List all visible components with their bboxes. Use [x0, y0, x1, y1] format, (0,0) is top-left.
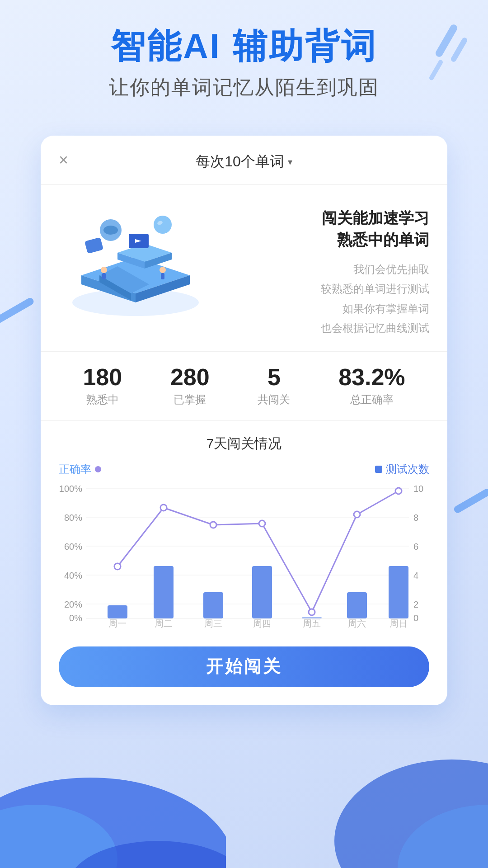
svg-text:80%: 80% [64, 513, 82, 523]
svg-text:周日: 周日 [389, 618, 408, 628]
stat-value: 180 [83, 365, 122, 389]
header-section: 智能AI 辅助背词 让你的单词记忆从陌生到巩固 [0, 27, 488, 101]
svg-point-65 [354, 511, 360, 518]
svg-point-62 [210, 522, 216, 528]
svg-point-24 [103, 226, 118, 235]
legend-tests: 测试次数 [375, 462, 429, 476]
stat-label: 共闯关 [258, 392, 290, 407]
svg-text:周六: 周六 [348, 618, 366, 628]
info-desc-line: 较熟悉的单词进行测试 [221, 279, 429, 298]
decorative-bar-right [453, 488, 488, 514]
info-desc-line: 如果你有掌握单词 [221, 299, 429, 318]
svg-rect-47 [154, 566, 174, 618]
svg-text:6: 6 [413, 542, 418, 552]
svg-text:0%: 0% [69, 613, 82, 623]
legend-tests-label: 测试次数 [386, 462, 429, 476]
stats-row: 180 熟悉中 280 已掌握 5 共闯关 83.2% 总正确率 [41, 351, 447, 421]
card-header: × 每次10个单词 ▾ [41, 136, 447, 185]
main-card: × 每次10个单词 ▾ [41, 136, 447, 705]
svg-text:周二: 周二 [155, 618, 173, 628]
card-content: 闯关能加速学习 熟悉中的单词 我们会优先抽取较熟悉的单词进行测试如果你有掌握单词… [41, 185, 447, 351]
stat-item: 83.2% 总正确率 [338, 365, 405, 407]
stat-item: 180 熟悉中 [83, 365, 122, 407]
info-title-line2: 熟悉中的单词 [337, 231, 429, 248]
svg-rect-20 [102, 273, 106, 279]
svg-text:40%: 40% [64, 571, 82, 580]
chart-container: 100% 80% 60% 40% 20% 0% 10 8 6 4 2 0 [59, 484, 429, 628]
info-title: 闯关能加速学习 熟悉中的单词 [221, 208, 429, 250]
svg-text:周一: 周一 [108, 618, 127, 628]
close-icon: × [59, 151, 68, 169]
svg-text:4: 4 [413, 571, 418, 580]
svg-text:10: 10 [413, 484, 423, 494]
svg-rect-48 [203, 592, 223, 618]
illustration-area [59, 203, 212, 321]
legend-accuracy-label: 正确率 [59, 462, 91, 476]
svg-text:8: 8 [413, 513, 418, 523]
svg-rect-52 [389, 566, 408, 618]
close-button[interactable]: × [59, 152, 68, 168]
chart-section: 7天闯关情况 正确率 测试次数 100% 80% 60% 40% 20% 0% … [41, 421, 447, 637]
svg-point-63 [259, 520, 265, 527]
chart-svg: 100% 80% 60% 40% 20% 0% 10 8 6 4 2 0 [59, 484, 429, 628]
stat-label: 总正确率 [338, 392, 405, 407]
session-select[interactable]: 每次10个单词 ▾ [196, 152, 292, 172]
svg-point-21 [160, 267, 166, 273]
sub-title: 让你的单词记忆从陌生到巩固 [0, 74, 488, 101]
info-desc: 我们会优先抽取较熟悉的单词进行测试如果你有掌握单词也会根据记忆曲线测试 [221, 259, 429, 338]
chevron-down-icon: ▾ [288, 156, 292, 167]
svg-point-25 [154, 216, 172, 234]
svg-point-60 [114, 563, 121, 570]
legend-accuracy: 正确率 [59, 462, 101, 476]
svg-text:周五: 周五 [303, 618, 321, 628]
svg-rect-49 [252, 566, 272, 618]
info-area: 闯关能加速学习 熟悉中的单词 我们会优先抽取较熟悉的单词进行测试如果你有掌握单词… [221, 203, 429, 338]
stat-item: 280 已掌握 [170, 365, 210, 407]
svg-point-61 [160, 505, 167, 511]
svg-text:20%: 20% [64, 599, 82, 609]
start-button[interactable]: 开始闯关 [59, 646, 429, 687]
svg-text:周四: 周四 [253, 618, 271, 628]
svg-point-64 [309, 609, 315, 615]
main-title-text: 智能AI 辅助背词 [111, 27, 377, 65]
info-desc-line: 我们会优先抽取 [221, 259, 429, 279]
chart-title: 7天闯关情况 [59, 434, 429, 453]
svg-text:2: 2 [413, 599, 418, 609]
stat-value: 280 [170, 365, 210, 389]
stat-item: 5 共闯关 [258, 365, 290, 407]
svg-rect-22 [161, 273, 164, 279]
legend-tests-square [375, 466, 382, 473]
info-desc-line: 也会根据记忆曲线测试 [221, 318, 429, 338]
svg-rect-27 [84, 237, 103, 254]
main-title: 智能AI 辅助背词 [0, 27, 488, 65]
chart-legend: 正确率 测试次数 [59, 462, 429, 476]
svg-text:周三: 周三 [204, 618, 222, 628]
svg-text:60%: 60% [64, 542, 82, 552]
svg-point-19 [101, 267, 107, 273]
stat-label: 熟悉中 [83, 392, 122, 407]
stat-value: 5 [258, 365, 290, 389]
svg-point-66 [395, 488, 402, 494]
session-select-label: 每次10个单词 [196, 152, 284, 172]
svg-rect-51 [347, 592, 367, 618]
stat-value: 83.2% [338, 365, 405, 389]
svg-text:0: 0 [413, 613, 418, 623]
stat-label: 已掌握 [170, 392, 210, 407]
decorative-bar-left [0, 297, 35, 326]
info-title-line1: 闯关能加速学习 [322, 209, 429, 226]
legend-accuracy-dot [95, 466, 101, 472]
svg-rect-46 [108, 605, 127, 618]
svg-text:100%: 100% [59, 484, 82, 494]
